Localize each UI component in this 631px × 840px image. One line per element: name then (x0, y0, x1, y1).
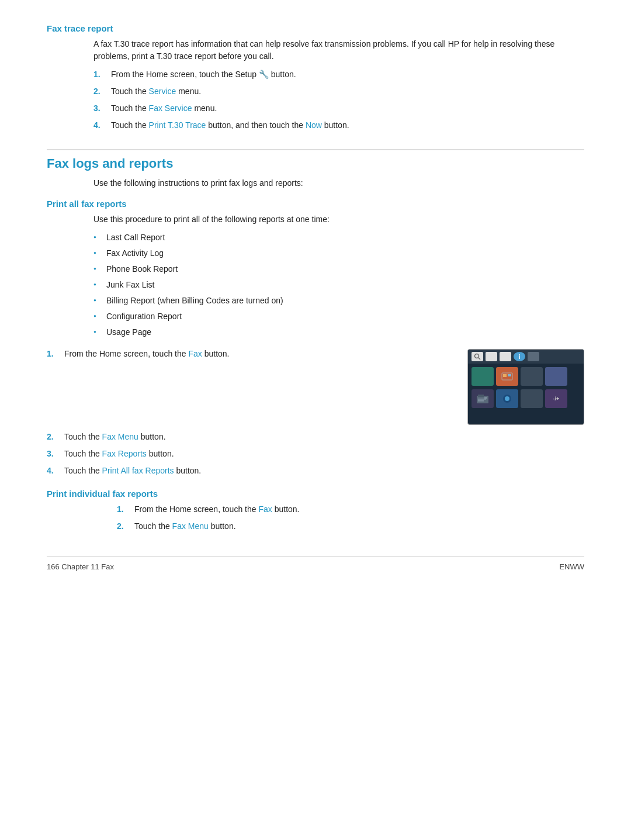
step-4-text: Touch the Print T.30 Trace button, and t… (111, 119, 349, 132)
ind-step1-num: 1. (117, 503, 131, 516)
screen-bottom-row: -/+ (468, 389, 584, 412)
step-num-4: 4. (93, 119, 108, 132)
print-all-step-4: 4. Touch the Print All fax Reports butto… (47, 465, 584, 477)
svg-rect-8 (484, 397, 487, 399)
individual-step-2: 2. Touch the Fax Menu button. (117, 520, 584, 533)
print-all-steps: 2. Touch the Fax Menu button. 3. Touch t… (47, 431, 584, 477)
svg-rect-9 (478, 399, 486, 400)
print-individual-heading: Print individual fax reports (47, 489, 584, 499)
step3-num: 3. (47, 448, 61, 460)
step2-num: 2. (47, 431, 61, 443)
bullet-phone-book: Phone Book Report (93, 263, 584, 275)
svg-rect-7 (478, 395, 484, 397)
fax-trace-step-2: 2. Touch the Service menu. (93, 85, 584, 98)
bullet-billing: Billing Report (when Billing Codes are t… (93, 295, 584, 307)
fax-trace-step-4: 4. Touch the Print T.30 Trace button, an… (93, 119, 584, 132)
svg-line-1 (479, 358, 480, 359)
step-3-text: Touch the Fax Service menu. (111, 102, 217, 115)
fax-trace-step-1: 1. From the Home screen, touch the Setup… (93, 68, 584, 81)
printer-screen-image: i (467, 349, 584, 425)
step1-with-image-container: 1. From the Home screen, touch the Fax b… (47, 349, 584, 425)
fax-logs-heading: Fax logs and reports (47, 156, 584, 171)
footer-right: ENWW (559, 562, 584, 571)
step-1-text: From the Home screen, touch the Setup 🔧 … (111, 68, 296, 81)
step1-text: From the Home screen, touch the Fax butt… (64, 349, 229, 358)
app-1 (471, 367, 494, 386)
service-link[interactable]: Service (149, 87, 176, 96)
fax-service-link[interactable]: Fax Service (149, 103, 192, 113)
step4-num: 4. (47, 465, 61, 477)
print-all-description: Use this procedure to print all of the f… (93, 213, 584, 226)
svg-rect-3 (503, 374, 507, 377)
app-2 (496, 367, 518, 386)
bullet-configuration: Configuration Report (93, 310, 584, 323)
bullet-last-call: Last Call Report (93, 231, 584, 244)
step1-num: 1. (47, 349, 61, 358)
bullet-fax-activity: Fax Activity Log (93, 247, 584, 260)
fax-trace-steps: 1. From the Home screen, touch the Setup… (93, 68, 584, 132)
ind-step2-text: Touch the Fax Menu button. (134, 520, 236, 533)
fax-logs-section: Fax logs and reports Use the following i… (47, 149, 584, 533)
screen-search-icon (471, 352, 483, 361)
print-individual-steps: 1. From the Home screen, touch the Fax b… (117, 503, 584, 533)
app-5 (521, 389, 543, 408)
screen-grid-icon (486, 352, 497, 361)
step1-with-image: 1. From the Home screen, touch the Fax b… (47, 349, 584, 425)
screen-menu-icon (528, 352, 539, 361)
app-6: -/+ (545, 389, 567, 408)
step-num-3: 3. (93, 102, 108, 115)
page-footer: 166 Chapter 11 Fax ENWW (47, 556, 584, 571)
print-individual-section: Print individual fax reports 1. From the… (47, 489, 584, 533)
step1-text-area: 1. From the Home screen, touch the Fax b… (47, 349, 456, 358)
bullet-junk-fax: Junk Fax List (93, 279, 584, 291)
print-all-section: Print all fax reports Use this procedure… (47, 199, 584, 338)
print-all-step-2: 2. Touch the Fax Menu button. (47, 431, 584, 443)
fax-trace-description: A fax T.30 trace report has information … (93, 38, 584, 63)
screen-body (468, 364, 584, 389)
print-all-heading: Print all fax reports (47, 199, 584, 209)
app-3 (521, 367, 543, 386)
step-num-2: 2. (93, 85, 108, 98)
fax-trace-section: Fax trace report A fax T.30 trace report… (47, 23, 584, 132)
bullet-usage: Usage Page (93, 326, 584, 338)
screen-info-icon: i (514, 352, 525, 361)
report-types-list: Last Call Report Fax Activity Log Phone … (93, 231, 584, 338)
ind-step1-text: From the Home screen, touch the Fax butt… (134, 503, 299, 516)
fax-link-step1[interactable]: Fax (188, 349, 202, 358)
svg-rect-10 (478, 400, 484, 402)
screen-top-bar: i (468, 350, 584, 364)
fax-link-individual[interactable]: Fax (258, 504, 272, 514)
print-all-reports-link[interactable]: Print All fax Reports (102, 466, 174, 475)
step3-text: Touch the Fax Reports button. (64, 448, 174, 460)
fax-logs-description: Use the following instructions to print … (93, 177, 584, 189)
svg-rect-4 (508, 374, 511, 376)
print-t30-link[interactable]: Print T.30 Trace (149, 120, 206, 130)
fax-trace-step-3: 3. Touch the Fax Service menu. (93, 102, 584, 115)
step4-text: Touch the Print All fax Reports button. (64, 465, 201, 477)
footer-left: 166 Chapter 11 Fax (47, 562, 114, 571)
app-4 (545, 367, 567, 386)
step-2-text: Touch the Service menu. (111, 85, 201, 98)
fax-menu-link-2[interactable]: Fax Menu (102, 432, 138, 441)
svg-point-12 (505, 396, 509, 401)
fax-trace-heading: Fax trace report (47, 23, 584, 33)
print-all-step-3: 3. Touch the Fax Reports button. (47, 448, 584, 460)
fax-app (471, 389, 494, 408)
step2-text: Touch the Fax Menu button. (64, 431, 166, 443)
now-link[interactable]: Now (306, 120, 322, 130)
fax-reports-link[interactable]: Fax Reports (102, 449, 147, 458)
step-num-1: 1. (93, 68, 108, 81)
svg-rect-5 (508, 376, 511, 377)
individual-step-1: 1. From the Home screen, touch the Fax b… (117, 503, 584, 516)
copy-app (496, 389, 518, 408)
ind-step2-num: 2. (117, 520, 131, 533)
svg-point-0 (475, 354, 479, 358)
fax-menu-link-individual[interactable]: Fax Menu (172, 521, 209, 531)
screen-wifi-icon (500, 352, 511, 361)
